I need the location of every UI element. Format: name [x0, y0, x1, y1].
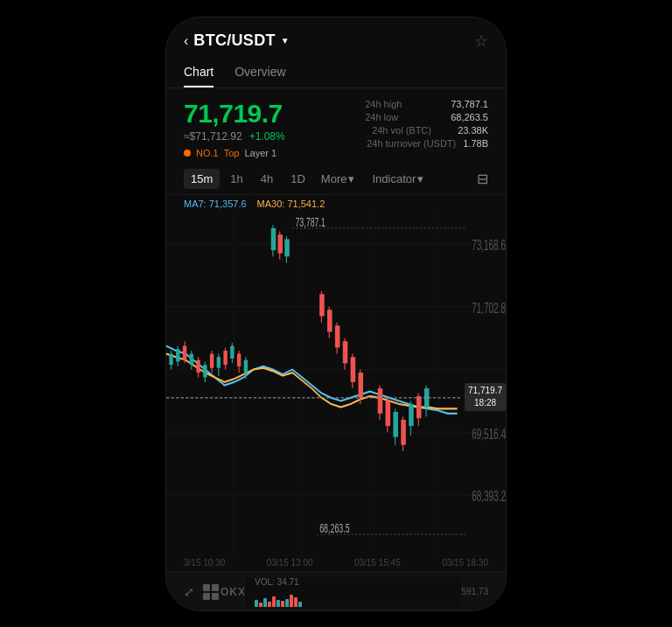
vol-bar — [281, 601, 284, 607]
ma7-label: MA7: 71,357.6 — [184, 199, 247, 209]
stat-row-turnover: 24h turnover (USDT) 1.78B — [367, 138, 488, 149]
svg-rect-24 — [190, 353, 193, 365]
stat-label-turnover: 24h turnover (USDT) — [367, 138, 456, 149]
tag-top[interactable]: Top — [224, 148, 240, 158]
svg-rect-50 — [327, 310, 332, 331]
price-approx: ≈$71,712.92 — [184, 130, 242, 143]
svg-rect-64 — [393, 412, 398, 437]
x-label-2: 03/15 13:00 — [267, 558, 313, 568]
tab-chart[interactable]: Chart — [184, 58, 214, 87]
vol-bar — [298, 602, 302, 607]
svg-rect-36 — [230, 345, 234, 358]
stat-value-turnover: 1.78B — [463, 138, 488, 149]
vol-bar — [285, 599, 289, 607]
vol-bar — [276, 600, 280, 607]
svg-rect-30 — [210, 353, 214, 367]
vol-bar — [268, 602, 271, 607]
svg-rect-38 — [237, 353, 241, 366]
svg-rect-34 — [223, 351, 227, 365]
stat-label-vol-btc: 24h vol (BTC) — [372, 125, 451, 136]
more-label: More — [321, 172, 347, 185]
timeframe-bar: 15m 1h 4h 1D More ▾ Indicator ▾ ⊟ — [166, 164, 506, 195]
okx-sq2 — [212, 584, 219, 591]
svg-text:71,702.8: 71,702.8 — [472, 300, 506, 316]
stat-row-vol-btc: 24h vol (BTC) 23.38K — [372, 125, 488, 136]
svg-rect-58 — [358, 373, 363, 398]
bottom-icons: ⤢ OKX — [184, 584, 246, 600]
vol-bar — [290, 595, 293, 607]
okx-squares-icon — [203, 584, 219, 600]
x-axis: 3/15 10:30 03/15 13:00 03/15 15:45 03/15… — [166, 558, 506, 571]
stat-row-high: 24h high 73,787.1 — [365, 99, 488, 109]
tf-indicator-button[interactable]: Indicator ▾ — [367, 169, 429, 189]
volume-section: VOL: 34.71 — [246, 577, 461, 607]
svg-rect-20 — [176, 349, 179, 361]
vol-bar — [294, 597, 298, 607]
price-section: 71,719.7 ≈$71,712.92 +1.08% NO.1 Top Lay… — [166, 88, 506, 164]
price-right: 24h high 73,787.1 24h low 68,263.5 24h v… — [365, 99, 488, 158]
dropdown-icon[interactable]: ▼ — [281, 36, 290, 45]
back-button[interactable]: ‹ — [184, 33, 188, 49]
x-label-4: 03/15 18:30 — [442, 558, 488, 568]
svg-rect-40 — [244, 359, 248, 372]
stat-row-low: 24h low 68,263.5 — [365, 112, 488, 122]
tag-layer: Layer 1 — [244, 148, 276, 158]
svg-rect-56 — [351, 357, 356, 382]
vol-bar — [272, 596, 276, 607]
chart-current-time: 18:28 — [468, 397, 502, 409]
header: ‹ BTC/USDT ▼ ☆ — [166, 17, 506, 58]
svg-rect-26 — [196, 359, 200, 372]
vol-bar — [263, 598, 267, 607]
svg-rect-48 — [319, 294, 325, 316]
svg-rect-32 — [217, 357, 220, 368]
price-sub: ≈$71,712.92 +1.08% — [184, 130, 347, 143]
tab-bar: Chart Overview — [166, 58, 506, 88]
stat-label-low: 24h low — [365, 112, 444, 122]
price-change-pct: +1.08% — [249, 130, 285, 143]
trading-pair-title[interactable]: BTC/USDT — [193, 31, 275, 50]
expand-icon[interactable]: ⤢ — [184, 585, 194, 599]
tf-4h[interactable]: 4h — [254, 169, 280, 189]
svg-rect-66 — [401, 420, 406, 445]
svg-rect-68 — [409, 404, 414, 426]
vol-bars — [255, 589, 452, 607]
ma30-label: MA30: 71,541.2 — [257, 199, 326, 209]
tab-overview[interactable]: Overview — [234, 58, 285, 87]
ma-labels: MA7: 71,357.6 MA30: 71,541.2 — [166, 195, 506, 212]
no1-dot — [184, 150, 191, 157]
indicator-label: Indicator — [372, 172, 416, 185]
tags-row: NO.1 Top Layer 1 — [184, 148, 347, 158]
tf-15m[interactable]: 15m — [184, 169, 220, 189]
bottom-bar: ⤢ OKX VOL: 34.71 — [166, 571, 506, 610]
x-label-1: 3/15 10:30 — [184, 558, 225, 568]
svg-rect-22 — [183, 345, 186, 359]
svg-rect-62 — [386, 401, 391, 426]
svg-text:73,787.1: 73,787.1 — [295, 214, 326, 229]
svg-rect-70 — [416, 396, 422, 418]
okx-logo: OKX — [203, 584, 246, 600]
svg-text:68,263.5: 68,263.5 — [319, 521, 350, 536]
x-label-3: 03/15 15:45 — [354, 558, 401, 568]
favorite-star-icon[interactable]: ☆ — [474, 31, 488, 51]
stat-value-low: 68,263.5 — [451, 112, 488, 122]
okx-sq3 — [203, 593, 210, 600]
more-arrow-icon: ▾ — [348, 172, 354, 185]
tf-1d[interactable]: 1D — [284, 169, 312, 189]
svg-rect-44 — [277, 234, 283, 254]
current-price-label: 71,719.7 18:28 — [465, 383, 506, 411]
okx-sq1 — [203, 584, 210, 591]
vol-bar — [259, 603, 262, 607]
vol-right-value: 591.73 — [461, 587, 488, 596]
chart-settings-icon[interactable]: ⊟ — [477, 171, 488, 187]
tag-no1[interactable]: NO.1 — [196, 148, 219, 158]
main-price: 71,719.7 — [184, 99, 347, 129]
svg-text:73,168.6: 73,168.6 — [472, 237, 506, 253]
svg-rect-60 — [378, 388, 383, 414]
screen: ‹ BTC/USDT ▼ ☆ Chart Overview 71,719.7 ≈… — [166, 17, 506, 610]
tf-1h[interactable]: 1h — [223, 169, 249, 189]
vol-label: VOL: 34.71 — [255, 577, 452, 587]
svg-rect-46 — [284, 239, 290, 256]
chart-current-price: 71,719.7 — [468, 385, 502, 397]
stat-value-vol-btc: 23.38K — [458, 125, 488, 136]
tf-more-button[interactable]: More ▾ — [316, 169, 360, 189]
